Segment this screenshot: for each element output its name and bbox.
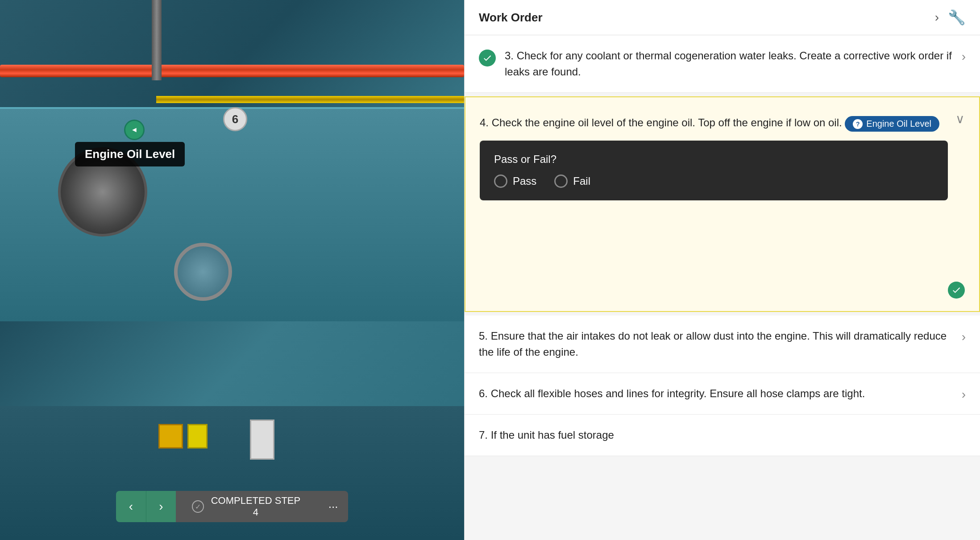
- step-content-7: 7. If the unit has fuel storage: [479, 427, 966, 443]
- panel-header: Work Order › 🔧: [465, 0, 980, 35]
- next-button[interactable]: ›: [146, 491, 176, 522]
- step-check-3: [479, 50, 496, 66]
- step-number-badge: 6: [223, 107, 247, 131]
- prev-button[interactable]: ‹: [116, 491, 146, 522]
- engine-scene: 6 Engine Oil Level: [0, 0, 464, 540]
- step-item-5: 5. Ensure that the air intakes do not le…: [465, 316, 980, 373]
- step-item-7: 7. If the unit has fuel storage: [465, 415, 980, 456]
- active-step-main: 4. Check the engine oil level of the eng…: [480, 110, 948, 200]
- pipe-vertical: [152, 0, 162, 80]
- pass-option[interactable]: Pass: [494, 174, 536, 188]
- engine-oil-tag[interactable]: ? Engine Oil Level: [845, 116, 939, 132]
- wrench-button[interactable]: 🔧: [948, 9, 966, 26]
- step-arrow-6[interactable]: ›: [962, 387, 966, 402]
- pipe-yellow: [156, 96, 464, 103]
- image-panel: 6 Engine Oil Level ‹ › ✓ COMPLETED STEP …: [0, 0, 464, 540]
- active-step-right: ∨: [948, 110, 965, 299]
- header-icons: › 🔧: [935, 9, 966, 26]
- panel-title: Work Order: [479, 11, 543, 25]
- electrical-box-1: [158, 424, 183, 449]
- step-text-7: 7. If the unit has fuel storage: [479, 429, 614, 441]
- step-text-5: 5. Ensure that the air intakes do not le…: [479, 330, 947, 358]
- step-content-6: 6. Check all flexible hoses and lines fo…: [479, 386, 953, 402]
- engine-oil-marker[interactable]: [124, 120, 145, 140]
- completed-check-icon: ✓: [192, 500, 204, 513]
- pipe-red: [0, 65, 464, 77]
- step-arrow-4-expand[interactable]: ∨: [955, 112, 965, 126]
- fail-radio[interactable]: [554, 174, 568, 188]
- step-item-6: 6. Check all flexible hoses and lines fo…: [465, 373, 980, 415]
- step-arrow-3[interactable]: ›: [962, 50, 966, 64]
- bottom-navigation: ‹ › ✓ COMPLETED STEP 4 ···: [116, 491, 348, 522]
- step-content-3: 3. Check for any coolant or thermal coge…: [505, 48, 953, 80]
- steps-list: 3. Check for any coolant or thermal coge…: [465, 35, 980, 474]
- checkmark-icon-3: [482, 53, 492, 63]
- completed-step-button[interactable]: ✓ COMPLETED STEP 4: [176, 491, 318, 522]
- engine-circle: [174, 243, 232, 301]
- electrical-box-2: [187, 424, 208, 449]
- fail-option[interactable]: Fail: [554, 174, 590, 188]
- checkmark-icon-4: [951, 285, 961, 295]
- active-step-header: 4. Check the engine oil level of the eng…: [480, 110, 965, 299]
- work-order-panel: Work Order › 🔧 3. Check for any coolant …: [464, 0, 980, 540]
- step-text-3: 3. Check for any coolant or thermal coge…: [505, 50, 952, 78]
- step-content-5: 5. Ensure that the air intakes do not le…: [479, 328, 953, 360]
- engine-oil-tooltip: Engine Oil Level: [75, 142, 185, 166]
- pass-radio[interactable]: [494, 174, 507, 188]
- pass-fail-title: Pass or Fail?: [494, 153, 934, 166]
- more-options-button[interactable]: ···: [318, 491, 348, 522]
- tag-info-icon: ?: [853, 119, 863, 129]
- forward-button[interactable]: ›: [935, 10, 939, 25]
- pass-fail-card: Pass or Fail? Pass Fail: [480, 141, 948, 200]
- step-check-4: [948, 282, 965, 299]
- step-text-6: 6. Check all flexible hoses and lines fo…: [479, 387, 865, 399]
- step-item-3: 3. Check for any coolant or thermal coge…: [465, 35, 980, 93]
- connector-box: [250, 420, 274, 460]
- step-arrow-5[interactable]: ›: [962, 330, 966, 344]
- step-item-4: 4. Check the engine oil level of the eng…: [465, 96, 980, 312]
- step-text-4: 4. Check the engine oil level of the eng…: [480, 116, 845, 129]
- pass-fail-options: Pass Fail: [494, 174, 934, 188]
